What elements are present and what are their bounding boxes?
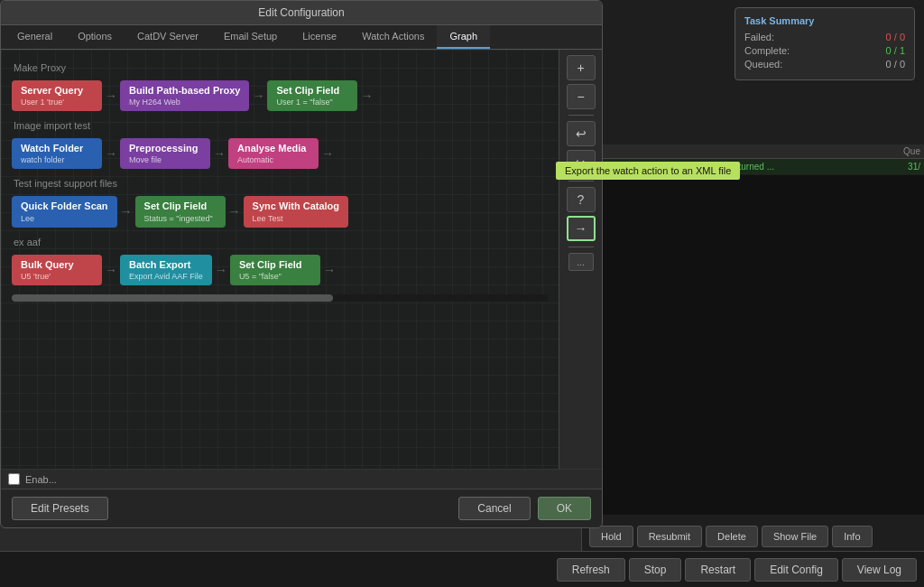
task-summary-title: Task Summary xyxy=(744,15,905,26)
workflow-row-image-import: Watch Folder watch folder → Preprocessin… xyxy=(12,138,548,169)
node-server-query[interactable]: Server Query User 1 'true' xyxy=(12,80,102,111)
log-col-on: on xyxy=(588,146,884,156)
failed-label: Failed: xyxy=(744,32,774,42)
node-sync-catalog[interactable]: Sync With Catalog Lee Test xyxy=(244,196,348,227)
graph-canvas[interactable]: Make Proxy Server Query User 1 'true' → … xyxy=(1,50,559,469)
edit-presets-button[interactable]: Edit Presets xyxy=(12,497,108,520)
log-col-que: Que xyxy=(884,146,920,156)
graph-toolbar: + − ↩ ↪ ? → ... xyxy=(559,50,602,469)
bottom-bar: Refresh Stop Restart Edit Config View Lo… xyxy=(0,551,924,587)
node-watch-folder[interactable]: Watch Folder watch folder xyxy=(12,138,102,169)
more-button[interactable]: ... xyxy=(568,253,594,271)
tab-general[interactable]: General xyxy=(5,25,65,49)
tab-watch-actions[interactable]: Watch Actions xyxy=(349,25,437,49)
modal-dialog: Edit Configuration General Options CatDV… xyxy=(0,0,603,528)
complete-label: Complete: xyxy=(744,45,790,56)
workflow-row-test-ingest: Quick Folder Scan Lee → Set Clip Field S… xyxy=(12,196,548,227)
modal-titlebar: Edit Configuration xyxy=(1,1,602,25)
modal-tabs: General Options CatDV Server Email Setup… xyxy=(1,25,602,50)
arrow-8: → xyxy=(215,263,227,277)
task-queued-row: Queued: 0 / 0 xyxy=(744,59,905,70)
arrow-7: → xyxy=(105,263,117,277)
node-analyse-media[interactable]: Analyse Media Automatic xyxy=(228,138,319,169)
section-title-test-ingest: Test ingest support files xyxy=(12,178,548,189)
failed-value: 0 / 0 xyxy=(886,32,905,42)
section-test-ingest: Test ingest support files Quick Folder S… xyxy=(12,178,548,227)
task-failed-row: Failed: 0 / 0 xyxy=(744,32,905,42)
task-summary: Task Summary Failed: 0 / 0 Complete: 0 /… xyxy=(735,7,915,80)
tab-options[interactable]: Options xyxy=(65,25,125,49)
remove-button[interactable]: − xyxy=(567,84,596,109)
arrow-5: → xyxy=(120,204,133,219)
help-button[interactable]: ? xyxy=(567,187,596,212)
export-button[interactable]: → xyxy=(567,216,596,241)
log-header: on Que xyxy=(585,144,924,159)
arrow-4: → xyxy=(213,146,226,161)
tooltip: Export the watch action to an XML file xyxy=(556,162,740,180)
graph-content: Make Proxy Server Query User 1 'true' → … xyxy=(1,50,602,469)
enable-row: Enab... xyxy=(1,469,602,489)
node-build-proxy[interactable]: Build Path-based Proxy My H264 Web xyxy=(120,80,249,111)
arrow-3: → xyxy=(105,146,117,161)
enable-label: Enab... xyxy=(25,474,57,485)
bottom-actions: Hold Resubmit Delete Show File Info xyxy=(582,522,924,551)
arrow-6: → xyxy=(228,204,241,219)
tab-license[interactable]: License xyxy=(290,25,349,49)
section-title-ex-aaf: ex aaf xyxy=(12,237,548,247)
section-ex-aaf: ex aaf Bulk Query U5 'true' → Batch Expo… xyxy=(12,237,548,285)
toolbar-divider-3 xyxy=(568,247,594,247)
queued-value: 0 / 0 xyxy=(886,59,905,70)
arrow-end-1: → xyxy=(360,89,373,103)
add-button[interactable]: + xyxy=(567,55,596,80)
node-set-clip-field-2[interactable]: Set Clip Field Status = "ingested" xyxy=(135,196,226,227)
edit-config-button[interactable]: Edit Config xyxy=(754,558,838,582)
node-set-clip-field-3[interactable]: Set Clip Field U5 = "false" xyxy=(230,255,320,285)
toolbar-divider-2 xyxy=(568,181,594,182)
restart-button[interactable]: Restart xyxy=(685,558,751,582)
info-button[interactable]: Info xyxy=(832,526,872,547)
arrow-2: → xyxy=(252,89,264,103)
section-image-import: Image import test Watch Folder watch fol… xyxy=(12,120,548,169)
resubmit-button[interactable]: Resubmit xyxy=(637,526,702,547)
enable-checkbox[interactable] xyxy=(8,473,20,485)
refresh-button[interactable]: Refresh xyxy=(557,558,625,582)
view-log-button[interactable]: View Log xyxy=(842,558,917,582)
section-title-make-proxy: Make Proxy xyxy=(12,62,548,73)
node-bulk-query[interactable]: Bulk Query U5 'true' xyxy=(12,255,102,285)
ok-button[interactable]: OK xyxy=(538,497,591,520)
section-title-image-import: Image import test xyxy=(12,120,548,131)
tab-catdv-server[interactable]: CatDV Server xyxy=(125,25,211,49)
scroll-thumb xyxy=(12,294,333,302)
arrow-1: → xyxy=(105,89,117,103)
node-quick-folder-scan[interactable]: Quick Folder Scan Lee xyxy=(12,196,117,227)
tab-graph[interactable]: Graph xyxy=(437,25,490,49)
stop-button[interactable]: Stop xyxy=(629,558,682,582)
undo-button[interactable]: ↩ xyxy=(567,121,596,146)
complete-value: 0 / 1 xyxy=(886,45,905,56)
node-batch-export[interactable]: Batch Export Export Avid AAF File xyxy=(120,255,212,285)
log-row-num: 31/ xyxy=(884,162,920,172)
toolbar-divider-1 xyxy=(568,115,594,116)
scroll-track[interactable] xyxy=(12,294,548,302)
tab-email-setup[interactable]: Email Setup xyxy=(211,25,290,49)
hold-button[interactable]: Hold xyxy=(589,526,633,547)
arrow-end-3: → xyxy=(323,263,336,277)
node-preprocessing[interactable]: Preprocessing Move file xyxy=(120,138,210,169)
arrow-end-2: → xyxy=(321,146,334,161)
node-set-clip-field-1[interactable]: Set Clip Field User 1 = "false" xyxy=(267,80,357,111)
queued-label: Queued: xyxy=(744,59,782,70)
modal-footer: Edit Presets Cancel OK xyxy=(1,489,602,527)
show-file-button[interactable]: Show File xyxy=(762,526,828,547)
delete-button[interactable]: Delete xyxy=(706,526,758,547)
section-make-proxy: Make Proxy Server Query User 1 'true' → … xyxy=(12,62,548,111)
workflow-row-ex-aaf: Bulk Query U5 'true' → Batch Export Expo… xyxy=(12,255,548,285)
task-complete-row: Complete: 0 / 1 xyxy=(744,45,905,56)
workflow-row-make-proxy: Server Query User 1 'true' → Build Path-… xyxy=(12,80,548,111)
log-area: on Que ll Batch query <Send to Avid 'tru… xyxy=(585,144,924,515)
cancel-button[interactable]: Cancel xyxy=(458,497,530,520)
